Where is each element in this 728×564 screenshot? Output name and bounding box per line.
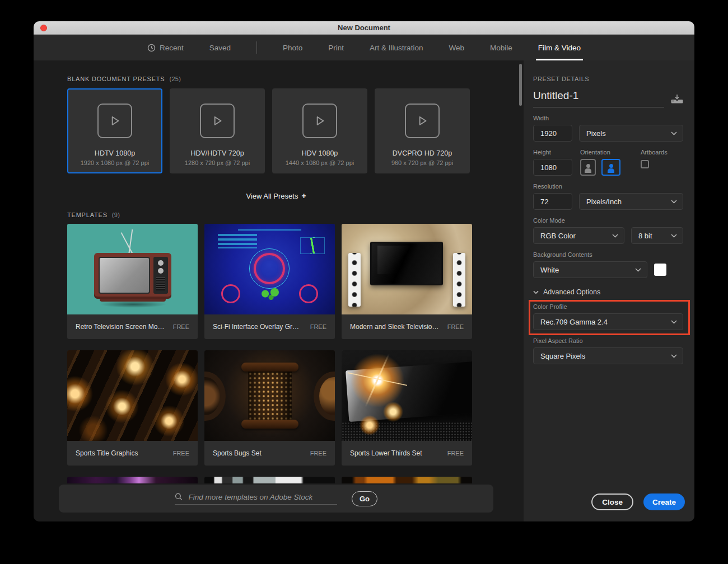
view-all-label: View All Presets [246,192,298,200]
template-thumbnail-partial[interactable] [342,477,472,483]
preset-dims: 960 x 720 px @ 72 ppi [391,159,453,166]
advanced-options-label: Advanced Options [543,288,600,296]
plus-icon: + [301,191,306,200]
color-mode-dropdown[interactable]: RGB Color [533,227,624,244]
template-label-bar: Sci-Fi Interface Overlay Graphics FREE [204,314,335,339]
bit-depth-dropdown[interactable]: 8 bit [631,227,683,244]
background-contents-value: White [540,266,559,274]
artboards-checkbox[interactable] [641,160,649,168]
orientation-landscape-button[interactable] [601,159,620,176]
tab-label: Web [449,44,464,52]
width-unit-dropdown[interactable]: Pixels [579,125,683,142]
template-sports-bugs[interactable]: Sports Bugs Set FREE [204,350,335,466]
template-retro-tv[interactable]: Retro Television Screen Mockup FREE [67,224,198,339]
template-modern-tv[interactable]: Modern and Sleek Television Scr... FREE [342,224,472,339]
view-all-presets-button[interactable]: View All Presets+ [59,191,493,200]
tab-web[interactable]: Web [449,35,464,60]
tab-recent[interactable]: Recent [147,35,184,60]
preset-name: DVCPRO HD 720p [393,149,452,157]
free-badge: FREE [173,450,189,457]
portrait-icon [585,164,591,173]
template-thumbnail [67,224,198,314]
preset-dims: 1440 x 1080 px @ 72 ppi [286,159,354,166]
template-thumbnail-partial[interactable] [204,477,335,483]
tab-film-video[interactable]: Film & Video [538,35,581,60]
template-thumbnail [204,224,335,314]
tab-saved[interactable]: Saved [209,35,231,60]
chevron-down-icon [671,354,677,358]
advanced-options-toggle[interactable]: Advanced Options [533,288,683,296]
chevron-down-icon [671,131,677,135]
tab-print[interactable]: Print [328,35,344,60]
resolution-input[interactable] [533,193,572,210]
preset-hdtv-1080p[interactable]: HDTV 1080p 1920 x 1080 px @ 72 ppi [67,88,162,173]
tab-label: Print [328,44,344,52]
tab-label: Mobile [490,44,512,52]
preset-hdv-hdtv-720p[interactable]: HDV/HDTV 720p 1280 x 720 px @ 72 ppi [170,88,265,173]
template-name: Modern and Sleek Television Scr... [350,323,440,331]
template-name: Retro Television Screen Mockup [76,323,165,331]
resolution-unit-dropdown[interactable]: Pixels/Inch [579,193,683,210]
document-name-input[interactable]: Untitled-1 [533,90,664,107]
create-button[interactable]: Create [643,494,685,510]
color-mode-label: Color Mode [533,217,683,224]
search-icon [175,492,183,501]
tab-art-illustration[interactable]: Art & Illustration [370,35,423,60]
preset-details-panel: PRESET DETAILS Untitled-1 Width Pixels [524,60,694,521]
template-scifi-overlay[interactable]: Sci-Fi Interface Overlay Graphics FREE [204,224,335,339]
template-thumbnail-partial[interactable] [67,477,198,483]
preset-row: HDTV 1080p 1920 x 1080 px @ 72 ppi HDV/H… [67,88,524,173]
chevron-down-icon [671,320,677,324]
close-button[interactable]: Close [591,494,633,510]
play-icon [405,104,440,138]
play-icon [200,104,235,138]
background-contents-dropdown[interactable]: White [533,261,647,278]
free-badge: FREE [310,450,326,457]
width-input[interactable] [533,125,572,142]
tab-label: Recent [160,44,184,52]
chevron-down-icon [533,290,539,294]
orientation-label: Orientation [580,149,620,156]
orientation-portrait-button[interactable] [580,159,596,176]
save-preset-icon[interactable] [671,94,683,104]
color-mode-value: RGB Color [540,232,576,240]
template-sports-lower-thirds[interactable]: Sports Lower Thirds Set FREE [342,350,472,466]
preset-dvcpro-hd-720p[interactable]: DVCPRO HD 720p 960 x 720 px @ 72 ppi [375,88,470,173]
template-label-bar: Sports Lower Thirds Set FREE [342,441,472,466]
landscape-icon [608,164,614,173]
tab-photo[interactable]: Photo [283,35,302,60]
color-profile-label: Color Profile [533,303,683,310]
template-row: Sports Title Graphics FREE Sports Bugs S… [67,350,524,466]
bit-depth-value: 8 bit [638,232,652,240]
template-name: Sci-Fi Interface Overlay Graphics [213,323,302,331]
template-thumbnail [342,350,472,441]
free-badge: FREE [447,450,464,457]
window-title: New Document [338,24,390,32]
pixel-aspect-ratio-dropdown[interactable]: Square Pixels [533,347,683,364]
go-button[interactable]: Go [352,491,377,506]
template-sports-title[interactable]: Sports Title Graphics FREE [67,350,198,466]
color-profile-dropdown[interactable]: Rec.709 Gamma 2.4 [533,313,683,330]
chevron-down-icon [671,200,677,204]
preset-dims: 1280 x 720 px @ 72 ppi [185,159,250,166]
color-profile-value: Rec.709 Gamma 2.4 [540,318,608,326]
template-name: Sports Title Graphics [76,449,138,457]
chevron-down-icon [671,234,677,238]
tab-mobile[interactable]: Mobile [490,35,512,60]
search-input[interactable] [189,493,337,501]
scrollbar[interactable] [519,64,522,106]
blank-presets-header: BLANK DOCUMENT PRESETS(25) [67,76,524,82]
background-color-swatch[interactable] [654,264,666,276]
background-contents-label: Background Contents [533,251,683,258]
height-input[interactable] [533,159,572,176]
chevron-down-icon [612,234,618,238]
clock-icon [147,44,156,52]
close-window-button[interactable] [40,25,47,31]
template-name: Sports Bugs Set [213,449,262,457]
tab-divider [256,41,257,54]
free-badge: FREE [310,323,326,330]
preset-name: HDV 1080p [302,149,338,157]
preset-hdv-1080p[interactable]: HDV 1080p 1440 x 1080 px @ 72 ppi [272,88,367,173]
search-field[interactable] [175,492,337,505]
pixel-aspect-ratio-label: Pixel Aspect Ratio [533,337,683,344]
